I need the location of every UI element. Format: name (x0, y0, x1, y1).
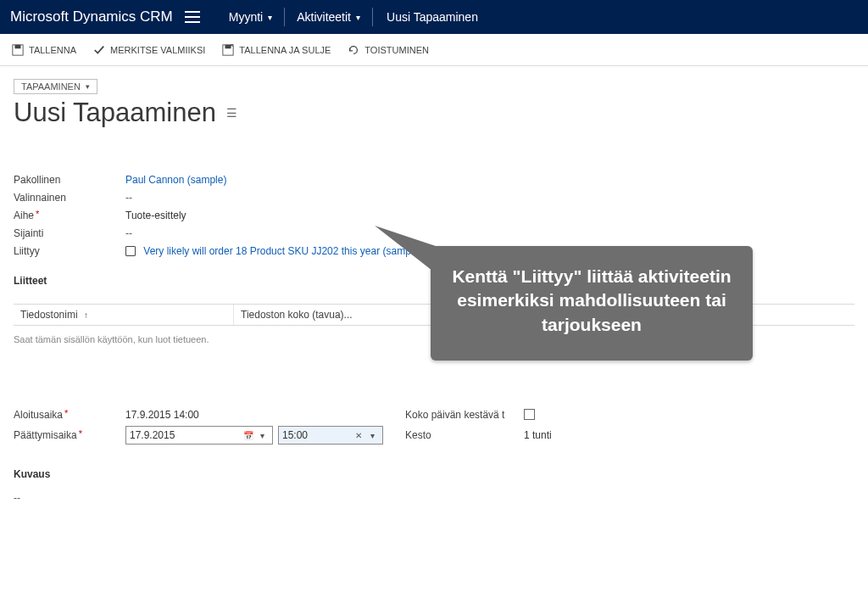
save-close-button[interactable]: TALLENNA JA SULJE (222, 44, 331, 56)
page-title: Uusi Tapaaminen ☰ (14, 98, 854, 128)
save-label: TALLENNA (29, 45, 76, 55)
nav-separator (284, 8, 285, 26)
col-filename-label: Tiedostonimi (20, 309, 78, 321)
chevron-down-icon: ▾ (356, 13, 360, 22)
nav-item-activities-label: Aktiviteetit (297, 10, 351, 24)
start-value[interactable]: 17.9.2015 14:00 (125, 409, 405, 421)
field-subject: Aihe Tuote-esittely (14, 206, 854, 224)
sort-asc-icon: ↑ (84, 310, 88, 320)
regarding-label: Liittyy (14, 245, 125, 257)
svg-rect-1 (15, 44, 21, 48)
duration-label: Kesto (405, 429, 524, 441)
chevron-down-icon[interactable]: ▾ (365, 428, 379, 442)
top-navbar: Microsoft Dynamics CRM Myynti ▾ Aktivite… (0, 0, 868, 34)
field-required: Pakollinen Paul Cannon (sample) (14, 171, 854, 188)
nav-item-sales-label: Myynti (229, 10, 263, 24)
svg-marker-4 (375, 226, 451, 285)
col-filesize-label: Tiedoston koko (tavua)... (241, 309, 353, 321)
page-title-text: Uusi Tapaaminen (14, 98, 216, 128)
nav-separator (372, 8, 373, 26)
mark-complete-button[interactable]: MERKITSE VALMIIKSI (93, 44, 205, 56)
clear-icon[interactable]: ✕ (352, 428, 365, 442)
refresh-icon (348, 44, 359, 56)
end-datetime-inputs: 17.9.2015 📅 ▾ 15:00 ✕ ▾ (125, 426, 405, 445)
callout-arrow-icon (375, 226, 451, 285)
command-bar: TALLENNA MERKITSE VALMIIKSI TALLENNA JA … (0, 34, 868, 66)
location-value[interactable]: -- (125, 227, 132, 239)
description-heading: Kuvaus (14, 468, 854, 480)
optional-label: Valinnainen (14, 192, 125, 204)
recurrence-label: TOISTUMINEN (364, 45, 429, 55)
optional-value[interactable]: -- (125, 192, 132, 204)
end-date-input[interactable]: 17.9.2015 📅 ▾ (125, 426, 273, 445)
save-icon (12, 44, 24, 56)
location-label: Sijainti (14, 227, 125, 239)
opportunity-icon (125, 246, 136, 256)
check-icon (93, 44, 105, 56)
end-time-input[interactable]: 15:00 ✕ ▾ (278, 426, 383, 445)
allday-checkbox[interactable] (524, 409, 535, 420)
timing-section: Aloitusaika 17.9.2015 14:00 Koko päivän … (14, 409, 854, 445)
brand-label: Microsoft Dynamics CRM (10, 8, 173, 25)
list-icon[interactable]: ☰ (226, 106, 237, 120)
annotation-callout: Kenttä "Liittyy" liittää aktiviteetin es… (431, 246, 753, 361)
save-button[interactable]: TALLENNA (12, 44, 76, 56)
chevron-down-icon[interactable]: ▾ (255, 428, 269, 442)
chevron-down-icon: ▾ (268, 13, 272, 22)
duration-value[interactable]: 1 tunti (524, 429, 693, 441)
field-optional: Valinnainen -- (14, 188, 854, 206)
nav-item-sales[interactable]: Myynti ▾ (219, 10, 282, 24)
callout-text: Kenttä "Liittyy" liittää aktiviteetin es… (452, 266, 731, 334)
mark-complete-label: MERKITSE VALMIIKSI (110, 45, 205, 55)
end-time-text: 15:00 (282, 429, 308, 441)
required-value[interactable]: Paul Cannon (sample) (125, 174, 226, 186)
entity-pill-label: TAPAAMINEN (21, 81, 81, 92)
end-date-text: 17.9.2015 (130, 429, 175, 441)
calendar-icon[interactable]: 📅 (242, 428, 255, 442)
global-nav-icon[interactable] (185, 8, 203, 26)
save-close-label: TALLENNA JA SULJE (239, 45, 331, 55)
start-label: Aloitusaika (14, 409, 125, 421)
svg-rect-3 (225, 44, 231, 48)
breadcrumb-current: Uusi Tapaaminen (375, 10, 490, 24)
caret-down-icon: ▾ (86, 82, 90, 91)
required-label: Pakollinen (14, 174, 125, 186)
nav-item-activities[interactable]: Aktiviteetit ▾ (287, 10, 370, 24)
subject-label: Aihe (14, 210, 125, 221)
col-filename[interactable]: Tiedostonimi ↑ (14, 305, 234, 325)
description-value[interactable]: -- (14, 492, 854, 504)
end-label: Päättymisaika (14, 429, 125, 441)
save-close-icon (222, 44, 234, 56)
recurrence-button[interactable]: TOISTUMINEN (348, 44, 429, 56)
allday-label: Koko päivän kestävä t (405, 409, 524, 421)
subject-value[interactable]: Tuote-esittely (125, 210, 186, 221)
entity-type-dropdown[interactable]: TAPAAMINEN ▾ (14, 79, 97, 94)
